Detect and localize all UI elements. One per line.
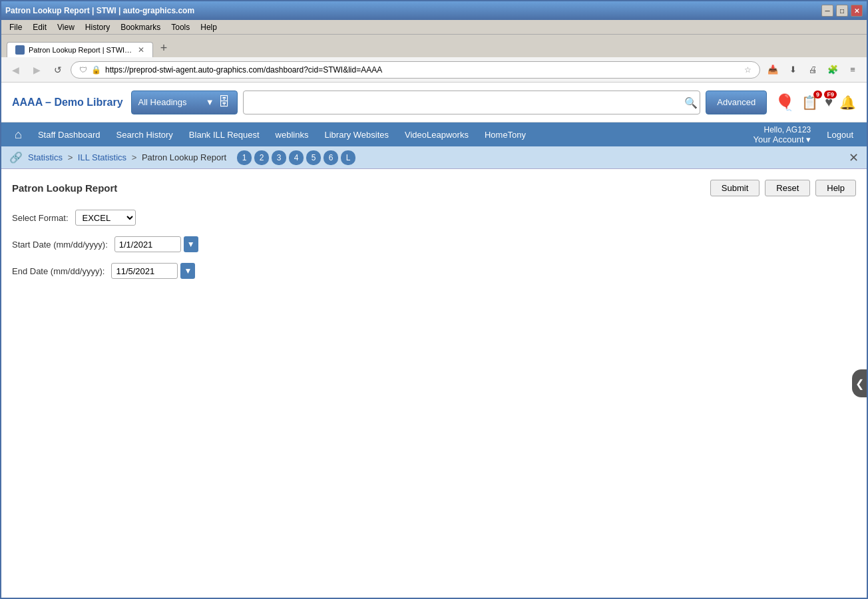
browser-chrome: Patron Lookup Report | STWI | a... ✕ + ◀… [1,35,867,83]
help-button[interactable]: Help [815,180,856,196]
breadcrumb-bar: 🔗 Statistics > ILL Statistics > Patron L… [1,146,867,169]
menu-history[interactable]: History [80,21,115,33]
forward-button[interactable]: ▶ [28,61,45,79]
pocket-icon[interactable]: 📥 [764,61,781,79]
end-date-label: End Date (mm/dd/yyyy): [12,266,105,276]
url-bar[interactable]: 🛡 🔒 ☆ [71,61,760,79]
report-actions: Submit Reset Help [710,180,856,196]
nav-search-history[interactable]: Search History [108,130,181,140]
menu-view[interactable]: View [52,21,80,33]
new-tab-button[interactable]: + [154,39,173,57]
browser-nav-bar: ◀ ▶ ↺ 🛡 🔒 ☆ 📥 ⬇ 🖨 🧩 ≡ [1,57,867,83]
url-input[interactable] [105,65,740,75]
browser-tab-active[interactable]: Patron Lookup Report | STWI | a... ✕ [7,42,153,57]
report-title: Patron Lookup Report [12,182,117,194]
menu-help[interactable]: Help [195,21,222,33]
breadcrumb-sep-1: > [68,152,75,162]
breadcrumb-ill-statistics[interactable]: ILL Statistics [78,152,126,162]
search-type-dropdown[interactable]: All Headings ▼ 🗄 [131,91,238,114]
main-content: Patron Lookup Report Submit Reset Help S… [1,169,867,598]
app-header: AAAA – Demo Library All Headings ▼ 🗄 🔍 A… [1,83,867,122]
minimize-button[interactable]: ─ [821,5,833,17]
start-date-label: Start Date (mm/dd/yyyy): [12,240,108,250]
refresh-button[interactable]: ↺ [49,61,67,79]
search-input[interactable] [243,91,701,114]
breadcrumb-icon: 🔗 [9,151,23,164]
nav-greeting: Hello, AG123 [764,125,811,134]
app-logo: AAAA – Demo Library [12,97,123,108]
menu-icon[interactable]: ≡ [844,61,861,79]
start-date-input[interactable] [114,236,181,252]
bell-icon-wrapper[interactable]: 🔔 [839,95,856,110]
header-right: 🎈 📋 9 ♥ F9 🔔 [775,93,856,112]
search-button[interactable]: 🔍 [684,96,698,108]
start-date-calendar-button[interactable]: ▼ [184,236,198,252]
search-container: All Headings ▼ 🗄 🔍 Advanced [131,91,767,114]
start-date-row: Start Date (mm/dd/yyyy): ▼ [12,236,856,252]
heart-icon-wrapper[interactable]: ♥ F9 [825,95,833,110]
extension-icon[interactable]: 🧩 [824,61,841,79]
app-nav: ⌂ Staff Dashboard Search History Blank I… [1,122,867,146]
page-btn-6[interactable]: 6 [324,150,338,165]
breadcrumb: Statistics > ILL Statistics > Patron Loo… [28,152,226,162]
search-input-wrapper: 🔍 [243,91,701,114]
format-label: Select Format: [12,213,69,223]
nav-hometony[interactable]: HomeTony [477,130,534,140]
breadcrumb-sep-2: > [132,152,139,162]
os-titlebar-controls: ─ □ ✕ [821,5,863,17]
balloon-icon: 🎈 [775,93,795,112]
back-button[interactable]: ◀ [7,61,24,79]
os-titlebar: Patron Lookup Report | STWI | auto-graph… [1,1,867,20]
end-date-input[interactable] [111,263,178,279]
end-date-row: End Date (mm/dd/yyyy): ▼ [12,263,856,279]
nav-weblinks[interactable]: weblinks [268,130,317,140]
nav-logout[interactable]: Logout [819,130,861,140]
bell-icon: 🔔 [839,95,856,110]
list-badge: 9 [813,91,822,99]
nav-your-account[interactable]: Your Account ▾ [753,134,811,144]
tab-close-icon[interactable]: ✕ [138,45,144,55]
nav-videoleapworks[interactable]: VideoLeapworks [397,130,477,140]
tab-favicon [15,45,25,55]
download-icon[interactable]: ⬇ [784,61,801,79]
dropdown-arrow-icon: ▼ [206,97,214,107]
bookmark-icon[interactable]: ☆ [744,65,752,75]
nav-home-icon[interactable]: ⌂ [7,128,30,142]
print-icon[interactable]: 🖨 [804,61,821,79]
menu-file[interactable]: File [4,21,27,33]
os-title: Patron Lookup Report | STWI | auto-graph… [5,6,194,15]
format-select[interactable]: EXCEL PDF CSV [75,210,136,226]
page-btn-2[interactable]: 2 [254,150,269,165]
list-icon-wrapper[interactable]: 📋 9 [801,95,818,110]
side-panel-toggle[interactable]: ❮ [852,369,867,397]
report-header: Patron Lookup Report Submit Reset Help [12,180,856,196]
lock-icon: 🔒 [91,65,101,75]
maximize-button[interactable]: □ [836,5,848,17]
page-btn-3[interactable]: 3 [272,150,286,165]
menu-tools[interactable]: Tools [166,21,195,33]
menu-bar: File Edit View History Bookmarks Tools H… [1,20,867,35]
reset-button[interactable]: Reset [765,180,810,196]
submit-button[interactable]: Submit [710,180,760,196]
page-btn-5[interactable]: 5 [306,150,321,165]
database-icon: 🗄 [218,95,230,109]
page-btn-1[interactable]: 1 [237,150,252,165]
nav-library-websites[interactable]: Library Websites [316,130,397,140]
breadcrumb-current: Patron Lookup Report [142,152,226,162]
os-window: Patron Lookup Report | STWI | auto-graph… [0,0,868,599]
format-row: Select Format: EXCEL PDF CSV [12,210,856,226]
page-btn-4[interactable]: 4 [289,150,304,165]
close-button[interactable]: ✕ [851,5,863,17]
end-date-calendar-button[interactable]: ▼ [180,263,195,279]
nav-blank-ill-request[interactable]: Blank ILL Request [181,130,268,140]
nav-user: Hello, AG123 Your Account ▾ [753,125,819,144]
menu-edit[interactable]: Edit [27,21,52,33]
breadcrumb-statistics[interactable]: Statistics [28,152,63,162]
heart-badge: F9 [824,91,837,99]
page-btn-l[interactable]: L [341,150,355,165]
nav-staff-dashboard[interactable]: Staff Dashboard [30,130,108,140]
menu-bookmarks[interactable]: Bookmarks [115,21,166,33]
close-report-button[interactable]: ✕ [849,150,859,165]
tab-title: Patron Lookup Report | STWI | a... [29,46,134,54]
advanced-search-button[interactable]: Advanced [706,91,767,114]
